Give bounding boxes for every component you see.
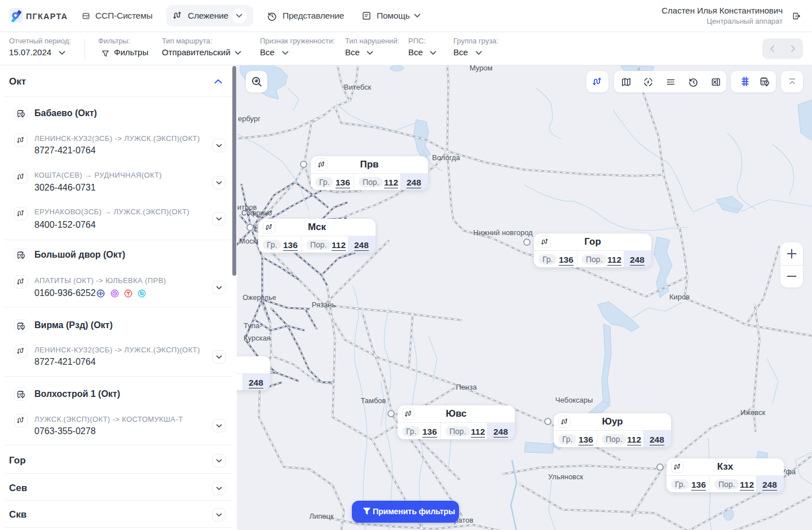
svg-text:Муром: Муром (470, 65, 493, 72)
svg-text:Тамбов: Тамбов (361, 396, 386, 405)
svg-text:Вологда: Вологда (432, 153, 460, 162)
svg-text:Ижевск: Ижевск (740, 408, 766, 417)
svg-text:Рязань: Рязань (312, 301, 336, 309)
svg-text:Липецк: Липецк (309, 512, 334, 520)
svg-text:Курская: Курская (244, 334, 271, 342)
svg-text:Витебск: Витебск (344, 83, 372, 91)
svg-text:Чебоксары: Чебоксары (555, 396, 593, 404)
svg-text:ербург: ербург (238, 114, 261, 123)
svg-text:Тула-: Тула- (244, 321, 262, 330)
svg-text:Пенза: Пенза (456, 383, 478, 391)
svg-text:Нижний новгород: Нижний новгород (473, 228, 533, 237)
svg-text:Ожерелье: Ожерелье (242, 294, 276, 302)
svg-text:Ульяновск: Ульяновск (548, 472, 583, 481)
svg-text:Софрино: Софрино (241, 209, 272, 217)
svg-text:Киров: Киров (669, 293, 690, 301)
